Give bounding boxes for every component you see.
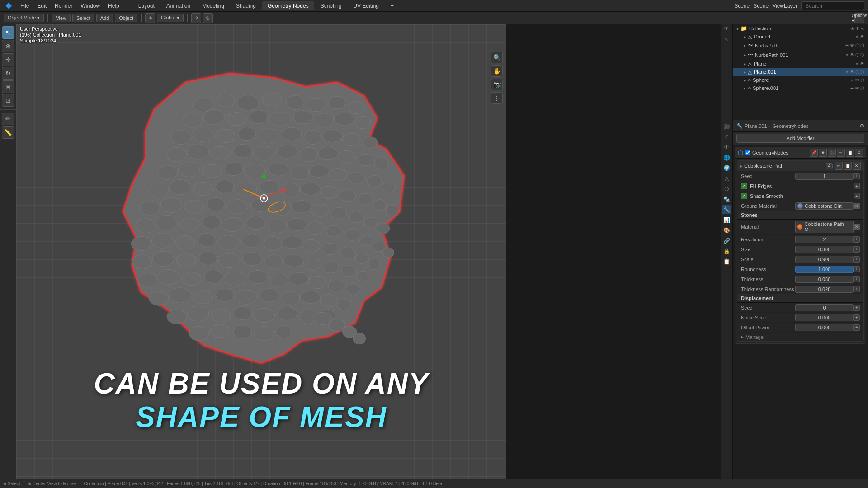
- resolution-plus-btn[interactable]: +: [854, 236, 860, 243]
- stones-material-value[interactable]: Cobblestone Path M...: [795, 221, 854, 233]
- node-edit-btn[interactable]: ✏: [835, 162, 843, 170]
- options-btn[interactable]: Options ▾: [854, 13, 864, 23]
- size-plus-btn[interactable]: +: [854, 246, 860, 253]
- mod-show-viewport-btn[interactable]: 👁: [819, 149, 827, 157]
- nurbspath-extra-icon[interactable]: ⬡: [860, 43, 864, 48]
- breadcrumb-geonodes[interactable]: GeometryNodes: [772, 123, 808, 129]
- roundness-plus-btn[interactable]: +: [854, 266, 860, 272]
- offset-power-value[interactable]: 0.000: [795, 324, 854, 331]
- annotate-tool[interactable]: ✏: [2, 113, 14, 125]
- mod-edit-btn[interactable]: ✏: [837, 149, 845, 157]
- cursor-tool[interactable]: ⊕: [2, 40, 14, 52]
- fill-edges-checkbox[interactable]: ✓: [741, 183, 747, 189]
- menu-window[interactable]: Window: [77, 2, 104, 10]
- more-btn[interactable]: ⋮: [491, 92, 503, 104]
- prop-scene-icon[interactable]: 🌐: [722, 153, 731, 162]
- sphere001-nodes-icon[interactable]: ⬡: [860, 86, 864, 91]
- roundness-value[interactable]: 1.000: [795, 266, 854, 273]
- seed-plus-btn[interactable]: +: [854, 173, 860, 179]
- resolution-value[interactable]: 2: [795, 236, 854, 243]
- prop-output-icon[interactable]: 🖨: [722, 132, 731, 141]
- prop-shader-icon[interactable]: 🔗: [722, 236, 731, 245]
- tab-layout[interactable]: Layout: [133, 1, 160, 10]
- outliner-nurbspath001-row[interactable]: ▸ 〜 NurbsPath.001 ☀ 👁 ⬡ ⬡: [733, 50, 868, 60]
- plane001-render-icon[interactable]: ☀: [845, 70, 849, 75]
- thickness-randomness-plus-btn[interactable]: +: [854, 286, 860, 292]
- menu-blender[interactable]: 🔷: [2, 2, 16, 10]
- vis-eye-icon[interactable]: 👁: [855, 26, 860, 31]
- breadcrumb-plane[interactable]: Plane.001: [745, 123, 767, 129]
- node-expand-arrow[interactable]: ▸: [740, 164, 742, 169]
- prop-view-icon[interactable]: 👁: [722, 143, 731, 152]
- prop-data-icon[interactable]: 📊: [722, 216, 731, 225]
- viewport[interactable]: User Perspective (196) Collection | Plan…: [16, 24, 506, 479]
- thickness-value[interactable]: 0.050: [795, 276, 854, 283]
- tab-geometry-nodes[interactable]: Geometry Nodes: [262, 1, 314, 10]
- menu-render[interactable]: Render: [51, 2, 76, 10]
- manage-row[interactable]: ▸ Manage: [737, 333, 863, 341]
- vis-render-icon[interactable]: ☀: [850, 26, 854, 31]
- tab-animation[interactable]: Animation: [161, 1, 196, 10]
- nurbspath001-render-icon[interactable]: ☀: [845, 52, 849, 57]
- vis-sel-icon[interactable]: ↖: [861, 26, 864, 31]
- snap-icon[interactable]: ⊙: [191, 13, 201, 23]
- stones-material-clear-btn[interactable]: ✕: [854, 224, 860, 230]
- nurbspath001-eye-icon[interactable]: 👁: [850, 52, 854, 57]
- add-btn[interactable]: Add: [96, 14, 113, 22]
- sphere-render-icon[interactable]: ☀: [850, 78, 854, 83]
- plane001-extra-icon[interactable]: ⬡: [860, 70, 864, 75]
- disp-seed-plus-btn[interactable]: +: [854, 305, 860, 311]
- shade-smooth-checkbox[interactable]: ✓: [741, 193, 747, 199]
- camera-btn[interactable]: 📷: [491, 79, 503, 90]
- menu-edit[interactable]: Edit: [33, 2, 50, 10]
- outliner-sphere001-row[interactable]: ▸ ○ Sphere.001 ☀ 👁 ⬡: [733, 84, 868, 92]
- hand-btn[interactable]: ✋: [491, 65, 503, 77]
- ground-material-clear-btn[interactable]: ✕: [854, 203, 860, 209]
- move-tool[interactable]: ✛: [2, 53, 14, 66]
- prop-world-icon[interactable]: 🌍: [722, 164, 731, 173]
- tab-shading[interactable]: Shading: [231, 1, 261, 10]
- prop-object-icon[interactable]: △: [722, 174, 731, 183]
- prop-modifier-icon[interactable]: 🔧: [722, 205, 731, 214]
- outliner-view-icon[interactable]: 👁: [722, 24, 731, 33]
- prop-object-data-icon[interactable]: 📋: [722, 257, 731, 266]
- outliner-plane-row[interactable]: ▸ △ Plane ☀ 👁: [733, 60, 868, 68]
- plane-eye-icon[interactable]: 👁: [860, 61, 864, 66]
- nurbspath-nodes-icon[interactable]: ⬡: [855, 43, 859, 48]
- rotate-tool[interactable]: ↻: [2, 67, 14, 80]
- tab-add[interactable]: +: [385, 1, 399, 10]
- plane001-nodes-icon[interactable]: ⬡: [855, 70, 859, 75]
- outliner-select-icon[interactable]: ↖: [722, 34, 731, 43]
- prop-material-icon[interactable]: 🎨: [722, 226, 731, 235]
- global-btn[interactable]: Global: [157, 14, 184, 22]
- sphere001-eye-icon[interactable]: 👁: [855, 86, 859, 91]
- mod-pin-btn[interactable]: 📌: [810, 149, 818, 157]
- noise-scale-value[interactable]: 0.000: [795, 314, 854, 321]
- tab-modeling[interactable]: Modeling: [197, 1, 230, 10]
- nurbspath001-extra-icon[interactable]: ⬡: [860, 52, 864, 57]
- object-mode-btn[interactable]: Object Mode: [4, 14, 44, 22]
- noise-scale-plus-btn[interactable]: +: [854, 314, 860, 321]
- scale-plus-btn[interactable]: +: [854, 256, 860, 263]
- proportional-icon[interactable]: ◎: [203, 13, 213, 23]
- plane001-eye-icon[interactable]: 👁: [850, 70, 854, 75]
- outliner-collection-row[interactable]: ▾ 📁 Collection ☀ 👁 ↖: [733, 24, 868, 33]
- shade-smooth-plus-btn[interactable]: +: [854, 193, 860, 199]
- node-copy-btn[interactable]: 📋: [844, 162, 852, 170]
- ground-render-icon[interactable]: ☀: [855, 34, 859, 39]
- disp-seed-value[interactable]: 0: [795, 304, 854, 311]
- mod-delete-btn[interactable]: ✕: [855, 149, 863, 157]
- prop-physics-icon[interactable]: 🔩: [722, 195, 731, 204]
- object-btn[interactable]: Object: [115, 14, 137, 22]
- thickness-randomness-value[interactable]: 0.028: [795, 286, 854, 293]
- zoom-in-btn[interactable]: 🔍: [491, 52, 503, 63]
- select-tool[interactable]: ↖: [2, 26, 14, 39]
- modifier-enable-checkbox[interactable]: [745, 150, 750, 155]
- outliner-nurbspath-row[interactable]: ▸ 〜 NurbsPath ☀ 👁 ⬡ ⬡: [733, 41, 868, 50]
- fill-edges-plus-btn[interactable]: +: [854, 183, 860, 189]
- mod-render-btn[interactable]: 🎥: [828, 149, 836, 157]
- outliner-ground-row[interactable]: ▸ △ Ground ☀ 👁: [733, 33, 868, 41]
- offset-power-plus-btn[interactable]: +: [854, 324, 860, 331]
- seed-value[interactable]: 1: [795, 173, 854, 180]
- prop-filter-icon[interactable]: ⚙: [860, 123, 864, 129]
